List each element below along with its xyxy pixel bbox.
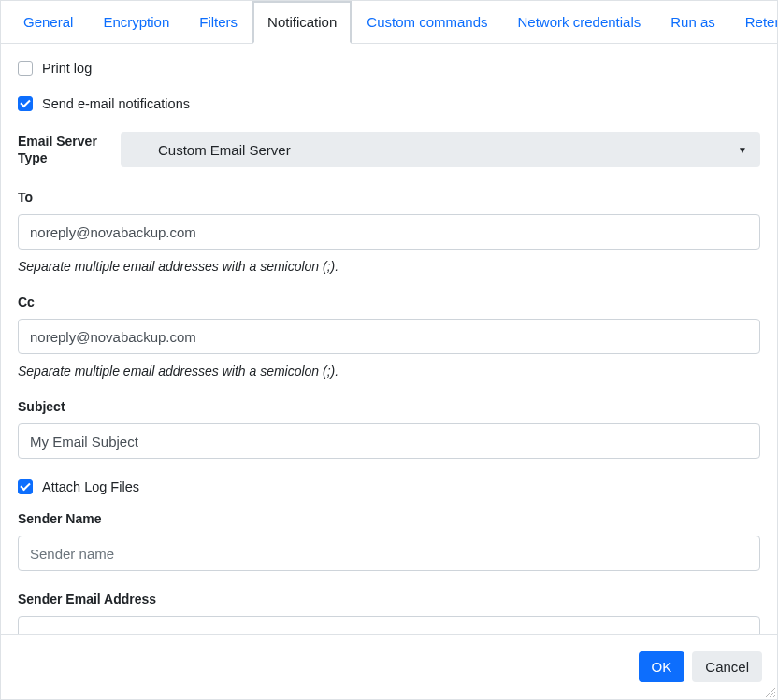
ok-button[interactable]: OK (639, 651, 685, 682)
sender-email-label: Sender Email Address (18, 592, 760, 607)
to-input[interactable] (18, 214, 760, 250)
tab-network-credentials[interactable]: Network credentials (503, 1, 656, 43)
to-block: To Separate multiple email addresses wit… (18, 190, 760, 274)
to-label: To (18, 190, 760, 205)
cc-label: Cc (18, 294, 760, 309)
sender-name-input[interactable] (18, 536, 760, 571)
print-log-label[interactable]: Print log (42, 61, 92, 76)
subject-input[interactable] (18, 423, 760, 459)
tab-custom-commands[interactable]: Custom commands (352, 1, 502, 43)
tab-notification[interactable]: Notification (252, 1, 352, 44)
tab-filters[interactable]: Filters (184, 1, 252, 43)
email-server-type-row: Email Server Type Custom Email Server ▼ (18, 132, 760, 167)
tab-run-as[interactable]: Run as (656, 1, 730, 43)
attach-log-row: Attach Log Files (18, 479, 760, 494)
tab-retention[interactable]: Retention (730, 1, 778, 43)
email-server-type-select-wrap: Custom Email Server ▼ (121, 132, 760, 167)
tab-bar: General Encryption Filters Notification … (1, 1, 777, 44)
subject-label: Subject (18, 399, 760, 414)
cc-block: Cc Separate multiple email addresses wit… (18, 294, 760, 379)
sender-email-block: Sender Email Address (18, 592, 760, 634)
print-log-row: Print log (18, 61, 760, 76)
print-log-checkbox[interactable] (18, 61, 33, 76)
send-email-row: Send e-mail notifications (18, 96, 760, 111)
tab-encryption[interactable]: Encryption (88, 1, 184, 43)
to-hint: Separate multiple email addresses with a… (18, 259, 760, 274)
sender-name-label: Sender Name (18, 511, 760, 526)
cc-hint: Separate multiple email addresses with a… (18, 364, 760, 379)
attach-log-label[interactable]: Attach Log Files (42, 479, 139, 494)
tab-general[interactable]: General (8, 1, 88, 43)
subject-block: Subject (18, 399, 760, 459)
send-email-checkbox[interactable] (18, 96, 33, 111)
email-server-type-label: Email Server Type (18, 133, 102, 166)
dialog-footer: OK Cancel (1, 634, 777, 699)
sender-name-block: Sender Name (18, 511, 760, 571)
sender-email-input[interactable] (18, 616, 760, 634)
cc-input[interactable] (18, 319, 760, 354)
send-email-label[interactable]: Send e-mail notifications (42, 96, 190, 111)
attach-log-checkbox[interactable] (18, 479, 33, 494)
cancel-button[interactable]: Cancel (692, 651, 762, 682)
email-server-type-select[interactable]: Custom Email Server (121, 132, 760, 167)
notification-panel[interactable]: Print log Send e-mail notifications Emai… (1, 44, 777, 634)
